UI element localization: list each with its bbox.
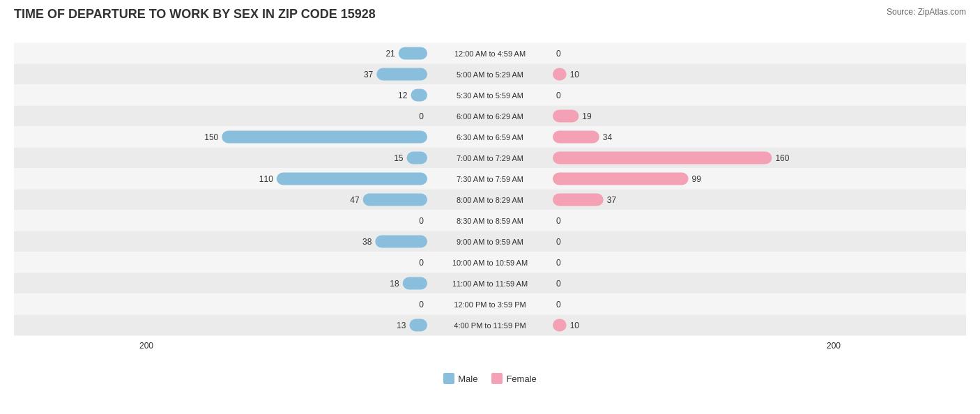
svg-text:10: 10 [570,321,580,330]
svg-text:0: 0 [419,112,424,121]
svg-rect-29 [553,152,772,164]
male-swatch [443,373,454,384]
svg-text:15: 15 [394,153,404,163]
svg-text:99: 99 [692,174,702,184]
svg-rect-69 [553,319,567,332]
svg-text:18: 18 [390,279,399,289]
svg-text:7:00 AM to 7:29 AM: 7:00 AM to 7:29 AM [457,154,523,162]
svg-text:34: 34 [603,132,613,142]
chart-title: TIME OF DEPARTURE TO WORK BY SEX IN ZIP … [14,7,966,22]
svg-rect-34 [277,173,427,185]
svg-text:0: 0 [556,237,561,247]
svg-text:0: 0 [556,279,561,289]
female-swatch [491,373,503,384]
svg-rect-41 [553,194,604,206]
svg-text:13: 13 [397,321,406,330]
svg-rect-7 [553,68,567,81]
svg-text:0: 0 [556,216,561,226]
legend-male: Male [443,373,477,384]
svg-text:12:00 AM to 4:59 AM: 12:00 AM to 4:59 AM [454,49,526,58]
svg-rect-22 [222,131,427,144]
legend-female: Female [491,373,536,384]
svg-rect-50 [375,236,427,248]
svg-rect-35 [553,173,689,185]
chart-svg: 12:00 AM to 4:59 AM2105:00 AM to 5:29 AM… [14,27,966,369]
svg-text:8:00 AM to 8:29 AM: 8:00 AM to 8:29 AM [457,196,523,204]
legend: Male Female [14,373,966,384]
svg-text:6:00 AM to 6:29 AM: 6:00 AM to 6:29 AM [457,112,523,121]
svg-text:11:00 AM to 11:59 AM: 11:00 AM to 11:59 AM [452,279,528,288]
svg-text:10: 10 [570,70,580,79]
svg-text:21: 21 [385,49,395,59]
source-text: Source: ZipAtlas.com [887,7,966,17]
svg-rect-40 [363,194,427,206]
svg-text:0: 0 [419,216,424,226]
svg-rect-6 [376,68,427,81]
svg-text:200: 200 [827,341,841,351]
svg-text:12: 12 [398,91,408,100]
svg-text:37: 37 [607,195,617,205]
svg-rect-23 [553,131,599,144]
female-label: Female [506,374,536,384]
svg-text:19: 19 [582,112,592,121]
svg-text:10:00 AM to 10:59 AM: 10:00 AM to 10:59 AM [452,259,528,267]
svg-text:7:30 AM to 7:59 AM: 7:30 AM to 7:59 AM [457,175,523,183]
svg-rect-12 [411,89,427,102]
svg-rect-17 [553,110,579,123]
svg-rect-28 [407,152,427,164]
svg-rect-1 [399,47,427,60]
svg-text:5:30 AM to 5:59 AM: 5:30 AM to 5:59 AM [457,91,523,100]
svg-text:110: 110 [259,174,273,184]
svg-text:6:30 AM to 6:59 AM: 6:30 AM to 6:59 AM [457,133,523,141]
svg-text:47: 47 [350,195,360,205]
svg-text:12:00 PM to 3:59 PM: 12:00 PM to 3:59 PM [454,300,526,309]
chart-container: TIME OF DEPARTURE TO WORK BY SEX IN ZIP … [0,0,980,414]
svg-rect-68 [409,319,427,332]
svg-text:160: 160 [775,153,789,163]
svg-text:0: 0 [556,258,561,268]
svg-text:150: 150 [204,132,218,142]
svg-text:4:00 PM to 11:59 PM: 4:00 PM to 11:59 PM [454,321,526,330]
svg-text:38: 38 [362,237,372,247]
svg-text:8:30 AM to 8:59 AM: 8:30 AM to 8:59 AM [457,217,523,225]
svg-text:0: 0 [556,91,561,100]
svg-text:0: 0 [419,300,424,309]
svg-text:0: 0 [556,49,561,59]
svg-text:200: 200 [139,341,153,351]
svg-text:0: 0 [419,258,424,268]
svg-text:5:00 AM to 5:29 AM: 5:00 AM to 5:29 AM [457,70,523,79]
svg-text:9:00 AM to 9:59 AM: 9:00 AM to 9:59 AM [457,238,523,246]
svg-text:0: 0 [556,300,561,309]
svg-rect-59 [403,277,427,290]
svg-text:37: 37 [364,70,374,79]
male-label: Male [458,374,477,384]
